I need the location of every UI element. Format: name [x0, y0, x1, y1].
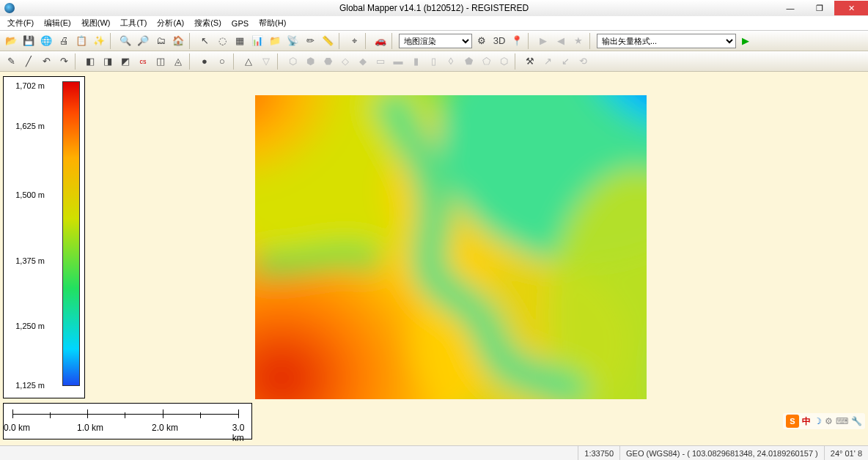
tool-d6-icon[interactable]: ◬	[170, 53, 186, 70]
redo-icon[interactable]: ↷	[56, 53, 72, 70]
home-icon[interactable]: 🏠	[170, 33, 186, 49]
run-icon[interactable]: ▶	[738, 33, 754, 49]
tool-d1-icon[interactable]: ◧	[82, 53, 98, 70]
shape-g5-icon[interactable]: ⬣	[320, 53, 336, 70]
legend-color-bar	[62, 81, 80, 386]
titlebar: Global Mapper v14.1 (b120512) - REGISTER…	[0, 0, 868, 16]
ime-moon-icon[interactable]: ☽	[814, 416, 822, 426]
statusbar: 1:33750 GEO (WGS84) - ( 103.0829681348, …	[0, 445, 868, 460]
close-button[interactable]: ✕	[834, 1, 868, 15]
pin-icon[interactable]: 📍	[509, 33, 525, 49]
compass-icon[interactable]: ⌖	[346, 33, 362, 49]
point1-icon[interactable]: ●	[196, 53, 213, 70]
elevation-legend: 1,702 m 1,625 m 1,500 m 1,375 m 1,250 m …	[3, 76, 85, 398]
status-projection: GEO (WGS84) - ( 103.0829681348, 24.01892…	[619, 446, 824, 460]
tower-icon[interactable]: 📡	[284, 33, 301, 49]
menu-analysis[interactable]: 分析(A)	[152, 16, 188, 30]
app-icon	[4, 3, 15, 13]
scalebar-label: 0.0 km	[4, 423, 30, 433]
grid-icon[interactable]: ▦	[232, 33, 248, 49]
toolbar-row-2: ✎ ╱ ↶ ↷ ◧ ◨ ◩ cs ◫ ◬ ● ○ △ ▽ ⬡ ⬢ ⬣ ◇ ◆ ▭…	[0, 51, 868, 72]
legend-label: 1,250 m	[15, 322, 45, 330]
shape-g9-icon[interactable]: ▬	[390, 53, 406, 70]
star-icon[interactable]: ★	[570, 33, 586, 49]
tool-d5-icon[interactable]: ◫	[152, 53, 169, 70]
scale-bar: 0.0 km 1.0 km 2.0 km 3.0 km	[3, 403, 252, 439]
scalebar-label: 3.0 km	[232, 423, 245, 443]
ime-lang-label[interactable]: 中	[802, 415, 811, 428]
draw-pen-icon[interactable]: ✎	[3, 53, 19, 70]
ime-tray: S 中 ☽ ⚙ ⌨ 🔧	[783, 413, 865, 429]
shape-g11-icon[interactable]: ▯	[425, 53, 441, 70]
shape-g8-icon[interactable]: ▭	[372, 53, 389, 70]
ime-settings-icon[interactable]: ⚙	[825, 416, 833, 426]
zoom-out-icon[interactable]: 🔎	[135, 33, 151, 49]
layers-icon[interactable]: 🗂	[152, 33, 169, 49]
scalebar-label: 2.0 km	[152, 423, 178, 433]
play-fwd-icon[interactable]: ▶	[535, 33, 551, 49]
minimize-button[interactable]: —	[776, 1, 805, 15]
undo-icon[interactable]: ↶	[38, 53, 54, 70]
ime-keyboard-icon[interactable]: ⌨	[836, 416, 848, 426]
shape-g12-icon[interactable]: ◊	[443, 53, 459, 70]
print-icon[interactable]: 🖨	[56, 33, 72, 49]
folder-icon[interactable]: 📁	[267, 33, 283, 49]
menu-view[interactable]: 视图(W)	[77, 16, 115, 30]
legend-label: 1,500 m	[15, 190, 45, 199]
select-icon[interactable]: ↖	[196, 33, 213, 49]
menu-help[interactable]: 帮助(H)	[254, 16, 290, 30]
draw-line-icon[interactable]: ╱	[21, 53, 37, 70]
menubar: 文件(F) 编辑(E) 视图(W) 工具(T) 分析(A) 搜索(S) GPS …	[0, 16, 868, 31]
globe-icon[interactable]: 🌐	[38, 33, 54, 49]
legend-label: 1,625 m	[15, 122, 45, 130]
export-format-dropdown[interactable]: 输出矢量格式...	[597, 34, 736, 48]
menu-gps[interactable]: GPS	[227, 18, 253, 29]
gear-icon[interactable]: ⚙	[474, 33, 490, 49]
arrow-ne-icon[interactable]: ↗	[540, 53, 556, 70]
shape-g3-icon[interactable]: ⬡	[284, 53, 301, 70]
edit2-icon[interactable]: ▽	[258, 53, 274, 70]
zoom-in-icon[interactable]: 🔍	[117, 33, 133, 49]
tool-d2-icon[interactable]: ◨	[100, 53, 116, 70]
view3d-icon[interactable]: 3D	[491, 33, 507, 49]
play-back-icon[interactable]: ◀	[553, 33, 569, 49]
shape-g6-icon[interactable]: ◇	[337, 53, 353, 70]
effects-icon[interactable]: ✨	[91, 33, 107, 49]
shape-g10-icon[interactable]: ▮	[408, 53, 424, 70]
shape-g7-icon[interactable]: ◆	[355, 53, 371, 70]
point2-icon[interactable]: ○	[214, 53, 230, 70]
arrow-sw-icon[interactable]: ↙	[557, 53, 573, 70]
shape-g4-icon[interactable]: ⬢	[302, 53, 318, 70]
save-icon[interactable]: 💾	[21, 33, 37, 49]
lasso-icon[interactable]: ◌	[214, 33, 230, 49]
maximize-button[interactable]: ❐	[805, 1, 834, 15]
chart-icon[interactable]: 📊	[249, 33, 265, 49]
toolbar-row-1: 📂 💾 🌐 🖨 📋 ✨ 🔍 🔎 🗂 🏠 ↖ ◌ ▦ 📊 📁 📡 ✏ 📏 ⌖ 🚗 …	[0, 31, 868, 51]
shape-g15-icon[interactable]: ⬡	[496, 53, 512, 70]
car-icon[interactable]: 🚗	[372, 33, 389, 49]
edit1-icon[interactable]: △	[240, 53, 257, 70]
render-mode-dropdown[interactable]: 地图渲染	[399, 34, 472, 48]
open-icon[interactable]: 📂	[3, 33, 19, 49]
tool-d3-icon[interactable]: ◩	[117, 53, 133, 70]
legend-label: 1,375 m	[15, 256, 45, 265]
ime-tool-icon[interactable]: 🔧	[851, 416, 862, 426]
menu-file[interactable]: 文件(F)	[3, 16, 38, 30]
dem-raster[interactable]	[255, 95, 647, 399]
legend-label: 1,125 m	[15, 381, 45, 390]
pencil-icon[interactable]: ✏	[302, 33, 318, 49]
shape-g14-icon[interactable]: ⬠	[478, 53, 494, 70]
window-title: Global Mapper v14.1 (b120512) - REGISTER…	[339, 3, 529, 13]
scalebar-label: 1.0 km	[77, 423, 103, 433]
config-icon[interactable]: 📋	[73, 33, 89, 49]
window-controls: — ❐ ✕	[776, 1, 868, 15]
ruler-icon[interactable]: 📏	[320, 33, 336, 49]
shape-g13-icon[interactable]: ⬟	[460, 53, 477, 70]
menu-tools[interactable]: 工具(T)	[116, 16, 151, 30]
csdn-icon[interactable]: cs	[135, 53, 151, 70]
refresh-icon[interactable]: ⟲	[575, 53, 591, 70]
menu-search[interactable]: 搜索(S)	[190, 16, 226, 30]
menu-edit[interactable]: 编辑(E)	[40, 16, 76, 30]
ime-app-icon[interactable]: S	[786, 415, 799, 428]
hammer-icon[interactable]: ⚒	[522, 53, 538, 70]
